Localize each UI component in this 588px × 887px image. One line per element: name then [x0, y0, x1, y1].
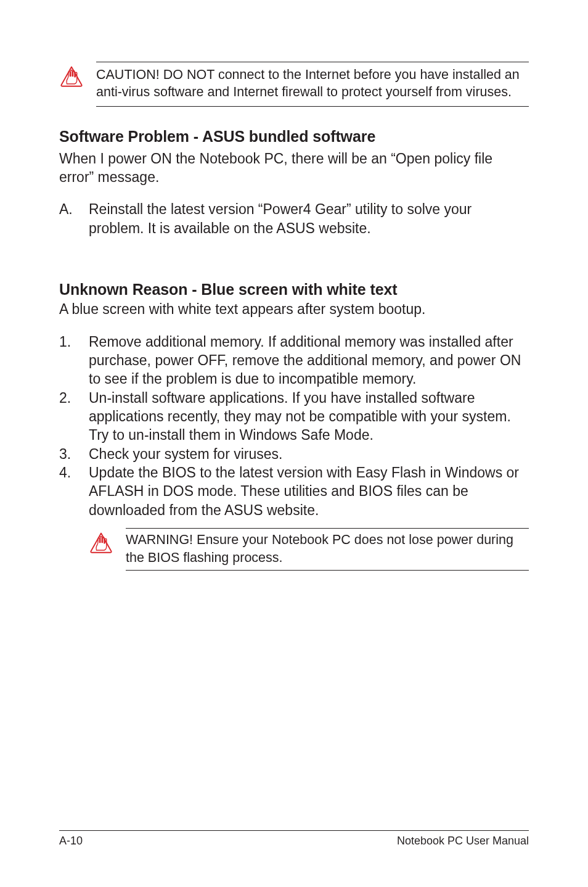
page-number: A-10 [59, 835, 83, 848]
warning-callout: WARNING! Ensure your Notebook PC does no… [89, 528, 529, 571]
caution-text: CAUTION! DO NOT connect to the Internet … [96, 62, 529, 107]
section2-intro: A blue screen with white text appears af… [59, 300, 529, 318]
list-content: Remove additional memory. If additional … [89, 332, 529, 389]
warning-hand-icon [59, 65, 84, 90]
warning-icon-col [89, 528, 115, 559]
list-marker: 4. [59, 463, 89, 519]
list-marker: A. [59, 200, 89, 237]
list-item: A. Reinstall the latest version “Power4 … [59, 200, 529, 237]
list-content: Reinstall the latest version “Power4 Gea… [89, 200, 529, 237]
list-content: Update the BIOS to the latest version wi… [89, 463, 529, 519]
list-item: 1. Remove additional memory. If addition… [59, 332, 529, 389]
section1-list: A. Reinstall the latest version “Power4 … [59, 200, 529, 237]
section1-intro: When I power ON the Notebook PC, there w… [59, 149, 529, 187]
list-item: 2. Un-install software applications. If … [59, 389, 529, 445]
section2-list: 1. Remove additional memory. If addition… [59, 332, 529, 520]
caution-callout: CAUTION! DO NOT connect to the Internet … [59, 62, 529, 107]
list-content: Un-install software applications. If you… [89, 389, 529, 445]
caution-icon-col [59, 62, 85, 93]
section2-heading: Unknown Reason - Blue screen with white … [59, 281, 529, 299]
list-item: 4. Update the BIOS to the latest version… [59, 463, 529, 519]
list-content: Check your system for viruses. [89, 445, 529, 463]
list-marker: 1. [59, 332, 89, 389]
list-marker: 3. [59, 445, 89, 463]
section1-heading: Software Problem - ASUS bundled software [59, 128, 529, 146]
list-item: 3. Check your system for viruses. [59, 445, 529, 463]
page-footer: A-10 Notebook PC User Manual [59, 830, 529, 848]
warning-text: WARNING! Ensure your Notebook PC does no… [126, 528, 529, 571]
list-marker: 2. [59, 389, 89, 445]
warning-hand-icon [89, 532, 113, 556]
footer-title: Notebook PC User Manual [397, 835, 529, 848]
